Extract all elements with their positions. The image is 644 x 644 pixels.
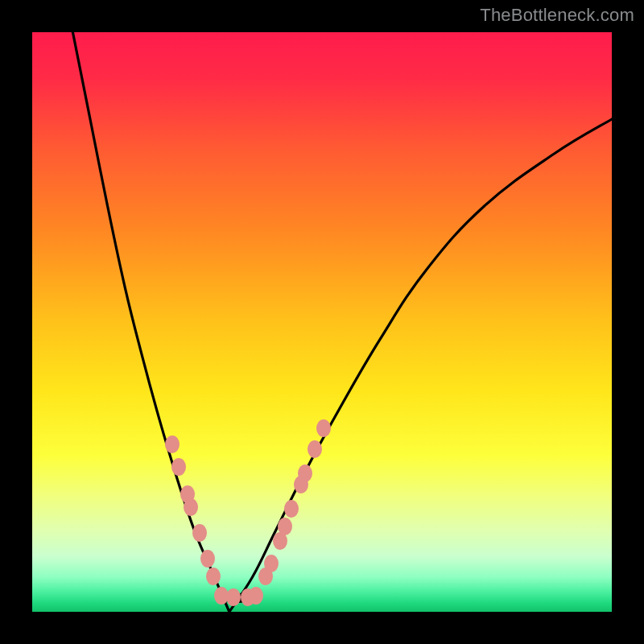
left-marker: [206, 568, 221, 585]
left-marker: [200, 550, 215, 568]
bottom-marker: [249, 587, 263, 605]
right-marker: [308, 440, 322, 458]
right-marker: [278, 518, 292, 535]
right-marker: [284, 500, 299, 518]
left-marker: [165, 436, 180, 453]
right-marker: [264, 555, 279, 572]
left-marker: [184, 498, 198, 516]
plot-svg: [32, 32, 612, 612]
left-marker: [192, 524, 207, 542]
right-marker: [316, 419, 331, 437]
right-marker: [298, 464, 312, 482]
left-marker: [171, 458, 186, 476]
gradient-background: [32, 32, 612, 612]
watermark-text: TheBottleneck.com: [480, 5, 634, 26]
plot-frame: [32, 32, 612, 612]
bottom-marker: [226, 588, 241, 606]
